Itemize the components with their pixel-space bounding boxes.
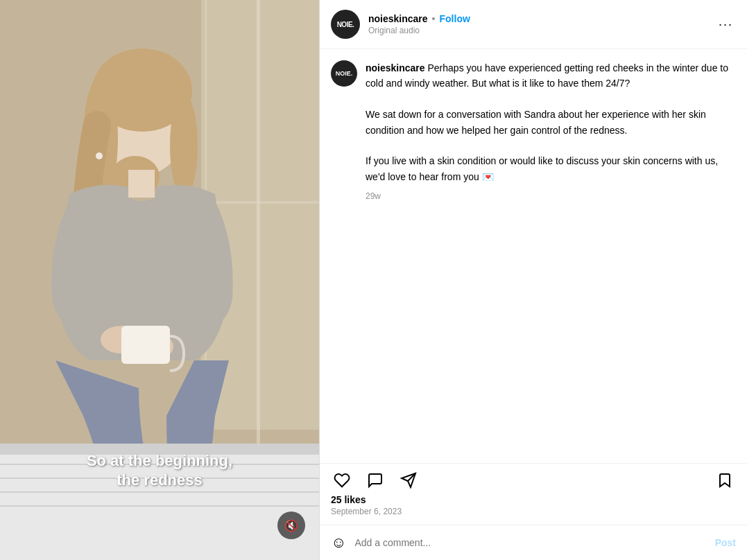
post-actions: 25 likes September 6, 2023 xyxy=(320,463,747,525)
avatar-text: NOIE. xyxy=(337,21,354,28)
svg-point-22 xyxy=(96,152,103,159)
caption-avatar-text: NOIE. xyxy=(336,70,353,77)
like-button[interactable] xyxy=(331,469,353,491)
share-icon xyxy=(400,472,417,489)
video-panel: So at the beginning, the redness 🔇 xyxy=(0,0,319,560)
post-header: NOIE. noieskincare • Follow Original aud… xyxy=(320,0,747,49)
caption-username[interactable]: noieskincare xyxy=(366,62,425,73)
dot-separator: • xyxy=(432,13,436,24)
bookmark-icon xyxy=(716,472,733,489)
svg-rect-13 xyxy=(121,326,170,364)
svg-rect-4 xyxy=(201,201,319,204)
likes-count[interactable]: 25 likes xyxy=(331,494,736,505)
comment-icon xyxy=(367,472,384,489)
more-options-button[interactable]: ··· xyxy=(716,17,736,32)
action-left-group xyxy=(331,469,420,491)
add-comment-row: ☺ Post xyxy=(320,525,747,560)
caption-text-block: noieskincare Perhaps you have experience… xyxy=(366,60,736,203)
post-caption-area: NOIE. noieskincare Perhaps you have expe… xyxy=(320,49,747,463)
caption-timestamp: 29w xyxy=(366,190,736,203)
follow-button[interactable]: Follow xyxy=(440,13,470,24)
header-username[interactable]: noieskincare xyxy=(368,13,428,24)
heart-icon xyxy=(334,472,350,489)
svg-rect-2 xyxy=(257,0,260,450)
svg-point-8 xyxy=(170,94,198,198)
comment-input[interactable] xyxy=(354,537,706,548)
caption-text-part2: We sat down for a conversation with Sand… xyxy=(366,109,706,135)
caption-avatar[interactable]: NOIE. xyxy=(331,60,357,87)
comment-button[interactable] xyxy=(364,469,386,491)
avatar[interactable]: NOIE. xyxy=(331,10,360,39)
likes-section: 25 likes September 6, 2023 xyxy=(331,491,736,519)
post-panel: NOIE. noieskincare • Follow Original aud… xyxy=(319,0,747,560)
original-audio-label: Original audio xyxy=(368,26,716,35)
video-caption: So at the beginning, the redness xyxy=(87,451,232,491)
post-date: September 6, 2023 xyxy=(331,507,736,516)
header-top-row: noieskincare • Follow xyxy=(368,13,716,24)
share-button[interactable] xyxy=(397,469,420,491)
caption-row: NOIE. noieskincare Perhaps you have expe… xyxy=(331,60,736,203)
caption-text-part3: If you live with a skin condition or wou… xyxy=(366,155,718,182)
post-comment-button[interactable]: Post xyxy=(715,537,736,548)
emoji-button[interactable]: ☺ xyxy=(331,534,346,552)
heart-emoji: 💌 xyxy=(482,171,494,182)
svg-rect-10 xyxy=(128,170,155,198)
bookmark-button[interactable] xyxy=(714,469,736,491)
action-icons-row xyxy=(331,469,736,491)
header-info: noieskincare • Follow Original audio xyxy=(368,13,716,35)
mute-button[interactable]: 🔇 xyxy=(277,511,305,539)
mute-icon: 🔇 xyxy=(284,519,298,532)
